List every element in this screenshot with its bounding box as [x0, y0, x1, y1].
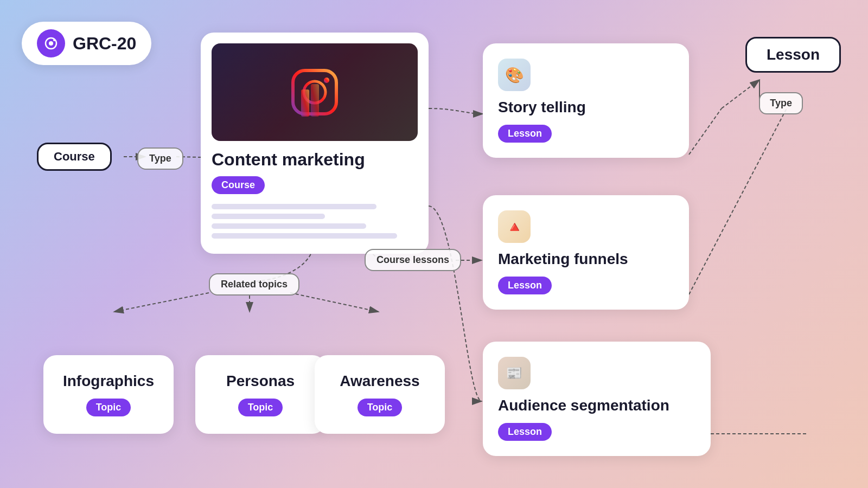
type-label-right-text: Type: [770, 98, 792, 108]
audience-badge: Lesson: [498, 423, 552, 441]
story-badge: Lesson: [498, 125, 552, 143]
related-topics-text: Related topics: [221, 279, 288, 290]
personas-title: Personas: [206, 373, 315, 390]
course-lessons-label: Course lessons: [365, 249, 461, 271]
card-line-1: [212, 204, 376, 209]
svg-rect-19: [301, 89, 309, 117]
audience-icon: 📰: [498, 357, 531, 389]
svg-line-7: [290, 293, 379, 312]
logo-icon: [37, 29, 65, 57]
svg-point-14: [49, 41, 53, 46]
related-topics-label: Related topics: [209, 273, 299, 296]
instagram-icon: [290, 68, 339, 117]
lesson-label-text: Lesson: [767, 46, 820, 63]
logo-text: GRC-20: [73, 34, 136, 54]
logo-svg: [43, 36, 59, 51]
awareness-badge: Topic: [358, 399, 403, 416]
svg-line-8: [689, 108, 722, 155]
lesson-label-box: Lesson: [745, 37, 841, 73]
card-line-2: [212, 214, 325, 219]
personas-badge: Topic: [238, 399, 283, 416]
svg-point-18: [324, 78, 329, 83]
personas-card: Personas Topic: [195, 355, 326, 434]
funnels-card: 🔺 Marketing funnels Lesson: [483, 195, 689, 310]
svg-rect-20: [311, 84, 319, 117]
course-label-text: Course: [54, 150, 95, 163]
svg-line-10: [689, 108, 787, 294]
course-label-box: Course: [37, 143, 112, 171]
awareness-card: Awareness Topic: [315, 355, 445, 434]
audience-card: 📰 Audience segmentation Lesson: [483, 342, 711, 456]
type-label-right: Type: [759, 92, 803, 114]
story-title: Story telling: [498, 99, 674, 116]
funnels-title: Marketing funnels: [498, 251, 674, 268]
story-card: 🎨 Story telling Lesson: [483, 43, 689, 158]
course-lessons-text: Course lessons: [376, 254, 449, 265]
funnels-icon: 🔺: [498, 210, 531, 243]
audience-title: Audience segmentation: [498, 397, 695, 414]
card-lines: [212, 204, 418, 239]
logo-container: GRC-20: [22, 22, 151, 65]
card-image: [212, 43, 418, 141]
card-line-4: [212, 233, 397, 239]
card-line-3: [212, 223, 366, 229]
svg-point-15: [53, 39, 55, 41]
svg-line-9: [722, 80, 760, 108]
funnels-badge: Lesson: [498, 277, 552, 294]
awareness-title: Awareness: [326, 373, 434, 390]
main-card: Content marketing Course: [201, 33, 429, 254]
infographics-card: Infographics Topic: [43, 355, 174, 434]
svg-line-5: [114, 293, 209, 312]
type-label-text: Type: [149, 153, 171, 164]
main-card-title: Content marketing: [212, 150, 418, 170]
main-card-badge: Course: [212, 176, 265, 194]
type-label: Type: [137, 147, 183, 170]
infographics-badge: Topic: [86, 399, 131, 416]
infographics-title: Infographics: [54, 373, 163, 390]
story-icon: 🎨: [498, 59, 531, 91]
